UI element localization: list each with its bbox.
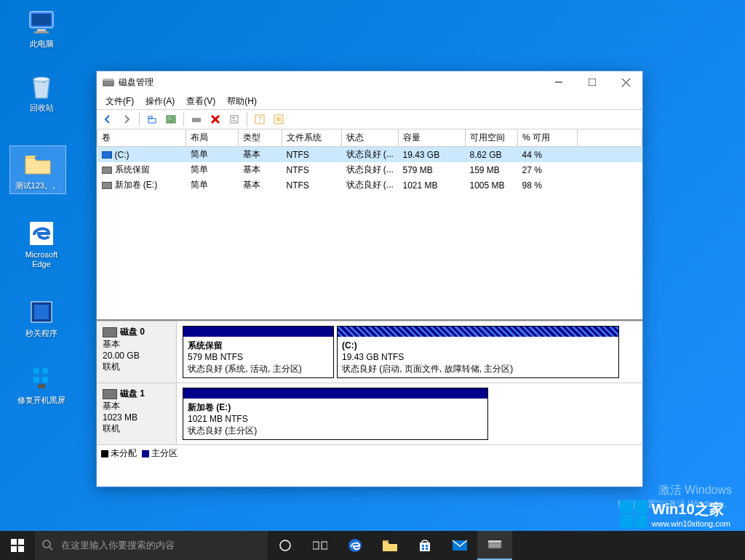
desktop-icon-recycle-bin[interactable]: 回收站	[13, 71, 70, 113]
svg-rect-26	[232, 117, 235, 119]
svg-point-38	[280, 540, 290, 551]
svg-rect-8	[33, 368, 39, 374]
desktop-icon-label: Microsoft Edge	[13, 250, 70, 269]
menu-view[interactable]: 查看(V)	[180, 94, 221, 109]
svg-rect-20	[148, 116, 152, 119]
col-volume[interactable]: 卷	[97, 129, 186, 147]
volumes-table: 卷 布局 类型 文件系统 状态 容量 可用空间 % 可用 (C:)简单基本NTF…	[97, 129, 642, 193]
svg-rect-42	[422, 545, 424, 547]
partition[interactable]: 系统保留579 MB NTFS状态良好 (系统, 活动, 主分区)	[183, 326, 334, 378]
col-fs[interactable]: 文件系统	[282, 129, 342, 147]
windows-logo-icon	[620, 500, 648, 528]
refresh-button[interactable]	[163, 111, 179, 127]
volume-row[interactable]: 系统保留简单基本NTFS状态良好 (...579 MB159 MB27 %	[97, 162, 642, 177]
graphical-view[interactable]: 磁盘 0基本20.00 GB联机系统保留579 MB NTFS状态良好 (系统,…	[97, 321, 642, 487]
svg-rect-22	[192, 118, 201, 122]
help-button[interactable]: ?	[252, 111, 268, 127]
col-free[interactable]: 可用空间	[466, 129, 518, 147]
pc-icon	[26, 7, 57, 38]
menu-help[interactable]: 帮助(H)	[221, 94, 263, 109]
svg-rect-9	[42, 368, 48, 374]
desktop-icon-shutdown[interactable]: 秒关程序	[13, 297, 70, 338]
desktop-icon-this-pc[interactable]: 此电脑	[13, 7, 70, 49]
volumes-list[interactable]: 卷 布局 类型 文件系统 状态 容量 可用空间 % 可用 (C:)简单基本NTF…	[97, 129, 642, 321]
brand-badge: Win10之家 www.win10xitong.com	[614, 497, 736, 531]
forward-button[interactable]	[119, 111, 135, 127]
svg-rect-7	[34, 305, 49, 319]
svg-rect-39	[313, 542, 319, 549]
svg-rect-47	[488, 543, 501, 548]
app-icon	[26, 297, 57, 327]
search-placeholder: 在这里输入你要搜索的内容	[61, 539, 175, 552]
brand-name: Win10之家	[652, 500, 730, 519]
window-title: 磁盘管理	[119, 76, 542, 89]
taskbar-edge[interactable]	[338, 531, 372, 560]
svg-rect-25	[231, 116, 238, 123]
disk-row: 磁盘 1基本1023 MB联机新加卷 (E:)1021 MB NTFS状态良好 …	[97, 383, 642, 444]
close-button[interactable]	[609, 71, 642, 93]
disk-row: 磁盘 0基本20.00 GB联机系统保留579 MB NTFS状态良好 (系统,…	[97, 321, 642, 383]
taskbar-store[interactable]	[407, 531, 442, 560]
volume-row[interactable]: 新加卷 (E:)简单基本NTFS状态良好 (...1021 MB1005 MB9…	[97, 177, 642, 193]
disk-header[interactable]: 磁盘 1基本1023 MB联机	[97, 383, 177, 444]
search-box[interactable]: 在这里输入你要搜索的内容	[35, 531, 268, 560]
desktop-icon-edge[interactable]: Microsoft Edge	[13, 218, 70, 269]
partition[interactable]: (C:)19.43 GB NTFS状态良好 (启动, 页面文件, 故障转储, 主…	[337, 326, 619, 378]
desktop-icon-label: 测试123。。	[10, 181, 65, 191]
svg-rect-32	[11, 539, 17, 545]
taskbar-mail[interactable]	[442, 531, 477, 560]
delete-button[interactable]	[207, 111, 223, 127]
legend-swatch-primary	[142, 450, 149, 457]
legend: 未分配 主分区	[97, 444, 642, 462]
disk-button[interactable]	[188, 111, 204, 127]
toolbar: ?	[97, 109, 642, 129]
col-type[interactable]: 类型	[239, 129, 282, 147]
svg-rect-48	[488, 540, 501, 543]
toolbar-separator	[247, 112, 247, 127]
col-layout[interactable]: 布局	[186, 129, 239, 147]
disk-management-window: 磁盘管理 文件(F) 操作(A) 查看(V) 帮助(H) ? 卷 布局 类型 文…	[96, 71, 643, 487]
toolbar-separator	[183, 112, 184, 127]
col-pct[interactable]: % 可用	[518, 129, 578, 147]
svg-point-36	[43, 540, 50, 548]
svg-rect-16	[589, 79, 596, 86]
cortana-button[interactable]	[268, 531, 303, 560]
col-capacity[interactable]: 容量	[399, 129, 466, 147]
svg-rect-40	[322, 542, 327, 549]
desktop-icon-label: 回收站	[13, 103, 70, 113]
task-view-button[interactable]	[303, 531, 338, 560]
folder-icon	[23, 149, 53, 180]
start-button[interactable]	[0, 531, 35, 560]
titlebar[interactable]: 磁盘管理	[97, 71, 642, 93]
taskbar-diskmgmt[interactable]	[477, 531, 512, 560]
menu-action[interactable]: 操作(A)	[140, 94, 180, 109]
options-button[interactable]	[271, 111, 287, 127]
properties-button[interactable]	[226, 111, 242, 127]
svg-rect-45	[426, 548, 428, 550]
svg-rect-33	[18, 539, 24, 545]
col-spacer	[578, 129, 642, 147]
svg-rect-13	[103, 80, 113, 86]
svg-rect-44	[422, 548, 424, 550]
taskbar-explorer[interactable]	[372, 531, 407, 560]
svg-rect-14	[103, 79, 113, 81]
desktop-icon-label: 秒关程序	[13, 329, 70, 338]
menubar: 文件(F) 操作(A) 查看(V) 帮助(H)	[97, 93, 642, 109]
svg-rect-3	[34, 31, 49, 33]
svg-rect-27	[232, 120, 236, 121]
up-button[interactable]	[144, 111, 160, 127]
partition[interactable]: 新加卷 (E:)1021 MB NTFS状态良好 (主分区)	[183, 388, 488, 440]
back-button[interactable]	[100, 111, 116, 127]
maximize-button[interactable]	[575, 71, 609, 93]
minimize-button[interactable]	[542, 71, 575, 93]
col-status[interactable]: 状态	[342, 129, 399, 147]
desktop-icon-fix-boot[interactable]: 修复开机黑屏	[13, 364, 70, 405]
svg-rect-2	[37, 29, 46, 31]
taskbar: 在这里输入你要搜索的内容	[0, 531, 745, 560]
disk-header[interactable]: 磁盘 0基本20.00 GB联机	[97, 321, 177, 383]
menu-file[interactable]: 文件(F)	[100, 94, 140, 109]
desktop-icon-test-folder[interactable]: 测试123。。	[9, 145, 66, 194]
volume-row[interactable]: (C:)简单基本NTFS状态良好 (...19.43 GB8.62 GB44 %	[97, 147, 642, 163]
desktop-icon-label: 修复开机黑屏	[13, 396, 70, 405]
legend-label: 未分配	[111, 448, 137, 458]
